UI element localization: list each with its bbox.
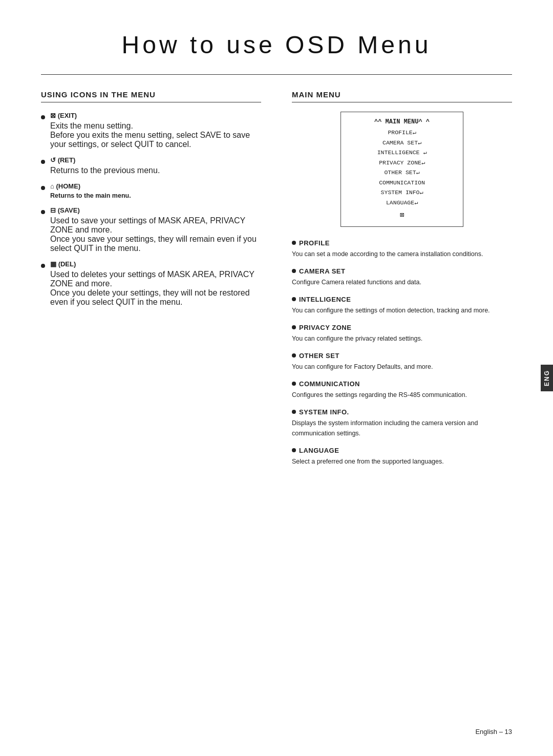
menu-entry-other-set: OTHER SET You can configure for Factory … <box>292 352 512 372</box>
bullet-dot-exit <box>41 112 50 122</box>
footer: English – 13 <box>475 728 512 736</box>
home-item-content: ⌂ (HOME) Returns to the main menu. <box>50 182 261 199</box>
osd-menu-item-other-set: OTHER SET↵ <box>351 167 453 178</box>
system-info-label: SYSTEM INFO. <box>299 408 349 416</box>
page-title: How to use OSD Menu <box>41 31 512 59</box>
bullet-icon <box>292 448 296 452</box>
intelligence-desc: You can configure the settings of motion… <box>292 305 512 316</box>
language-label: LANGUAGE <box>299 447 339 454</box>
intelligence-label: INTELLIGENCE <box>299 296 351 303</box>
other-set-label: OTHER SET <box>299 352 339 360</box>
profile-label: PROFILE <box>299 239 330 247</box>
menu-entry-intelligence: INTELLIGENCE You can configure the setti… <box>292 296 512 316</box>
other-set-desc: You can configure for Factory Defaults, … <box>292 362 512 372</box>
ret-item-content: ↺ (RET) Returns to the previous menu. <box>50 156 261 175</box>
osd-menu-item-language: LANGUAGE↵ <box>351 198 453 208</box>
bullet-dot-save <box>41 206 50 217</box>
home-desc: Returns to the main menu. <box>50 192 261 199</box>
save-desc-1: Used to save your settings of MASK AREA,… <box>50 216 261 235</box>
exit-icon-sym: ⊠ <box>50 112 56 119</box>
camera-set-desc: Configure Camera related functions and d… <box>292 277 512 287</box>
menu-entry-system-info: SYSTEM INFO. Displays the system informa… <box>292 408 512 438</box>
save-header: ⊟ (SAVE) <box>50 206 261 214</box>
bullet-dot-home <box>41 182 50 193</box>
bullet-icon <box>292 410 296 414</box>
privacy-zone-label: PRIVACY ZONE <box>299 324 351 331</box>
exit-desc-2: Before you exits the menu setting, selec… <box>50 131 261 149</box>
system-info-desc: Displays the system information includin… <box>292 418 512 438</box>
exit-item-content: ⊠ (EXIT) Exits the menu setting. Before … <box>50 112 261 149</box>
ret-icon-sym: ↺ <box>50 156 56 164</box>
right-section-title: MAIN MENU <box>292 90 512 102</box>
home-header: ⌂ (HOME) <box>50 182 261 190</box>
save-desc-2: Once you save your settings, they will r… <box>50 235 261 253</box>
ret-header: ↺ (RET) <box>50 156 261 164</box>
exit-header: ⊠ (EXIT) <box>50 112 261 119</box>
footer-page-number: 13 <box>505 728 512 736</box>
bullet-icon <box>292 353 296 358</box>
list-item: ⊠ (EXIT) Exits the menu setting. Before … <box>41 112 261 149</box>
footer-text: English – <box>475 728 502 736</box>
home-icon-sym: ⌂ <box>50 182 54 190</box>
bullet-dot-ret <box>41 156 50 166</box>
other-set-title: OTHER SET <box>292 352 512 360</box>
menu-entry-language: LANGUAGE Select a preferred one from the… <box>292 447 512 467</box>
osd-menu-item-system-info: SYSTEM INFO↵ <box>351 187 453 198</box>
del-desc-2: Once you delete your settings, they will… <box>50 288 261 307</box>
osd-menu-item-camera-set: CAMERA SET↵ <box>351 138 453 148</box>
menu-entry-profile: PROFILE You can set a mode according to … <box>292 239 512 259</box>
left-section-title: USING ICONS IN THE MENU <box>41 90 261 102</box>
osd-menu-item-communication: COMMUNICATION <box>351 178 453 188</box>
osd-menu-item-profile: PROFILE↵ <box>351 128 453 138</box>
list-item: ↺ (RET) Returns to the previous menu. <box>41 156 261 175</box>
language-desc: Select a preferred one from the supporte… <box>292 456 512 467</box>
list-item: ⊟ (SAVE) Used to save your settings of M… <box>41 206 261 253</box>
left-column: USING ICONS IN THE MENU ⊠ (EXIT) Exits t… <box>41 90 261 475</box>
ret-label: (RET) <box>58 156 76 164</box>
profile-desc: You can set a mode according to the came… <box>292 249 512 259</box>
save-label: (SAVE) <box>58 206 80 214</box>
home-label: (HOME) <box>56 182 80 190</box>
camera-set-title: CAMERA SET <box>292 267 512 275</box>
bullet-icon <box>292 382 296 386</box>
menu-entry-privacy-zone: PRIVACY ZONE You can configure the priva… <box>292 324 512 344</box>
bullet-dot-del <box>41 260 50 270</box>
page-container: How to use OSD Menu USING ICONS IN THE M… <box>0 0 553 756</box>
privacy-zone-title: PRIVACY ZONE <box>292 324 512 331</box>
bullet-icon <box>292 241 296 245</box>
osd-menu-title: ^^ MAIN MENU^ ^ <box>351 118 453 125</box>
two-column-layout: USING ICONS IN THE MENU ⊠ (EXIT) Exits t… <box>41 90 512 475</box>
right-column: MAIN MENU ^^ MAIN MENU^ ^ PROFILE↵ CAMER… <box>292 90 512 475</box>
osd-menu-box: ^^ MAIN MENU^ ^ PROFILE↵ CAMERA SET↵ INT… <box>341 112 463 227</box>
osd-menu-item-intelligence: INTELLIGENCE ↵ <box>351 148 453 158</box>
camera-set-label: CAMERA SET <box>299 267 345 275</box>
bullet-icon <box>41 115 45 119</box>
profile-title: PROFILE <box>292 239 512 247</box>
save-item-content: ⊟ (SAVE) Used to save your settings of M… <box>50 206 261 253</box>
list-item: ▦ (DEL) Used to deletes your settings of… <box>41 260 261 307</box>
osd-menu-item-privacy-zone: PRIVACY ZONE↵ <box>351 158 453 168</box>
bullet-icon <box>41 186 45 190</box>
del-item-content: ▦ (DEL) Used to deletes your settings of… <box>50 260 261 307</box>
osd-menu-exit-icon: ⊠ <box>351 211 453 219</box>
del-desc-1: Used to deletes your settings of MASK AR… <box>50 270 261 288</box>
list-item: ⌂ (HOME) Returns to the main menu. <box>41 182 261 199</box>
menu-entry-communication: COMMUNICATION Configures the settings re… <box>292 380 512 400</box>
save-icon-sym: ⊟ <box>50 206 56 214</box>
communication-title: COMMUNICATION <box>292 380 512 388</box>
language-title: LANGUAGE <box>292 447 512 454</box>
menu-entry-camera-set: CAMERA SET Configure Camera related func… <box>292 267 512 287</box>
intelligence-title: INTELLIGENCE <box>292 296 512 303</box>
main-divider <box>41 74 512 75</box>
del-label: (DEL) <box>58 260 76 268</box>
system-info-title: SYSTEM INFO. <box>292 408 512 416</box>
communication-desc: Configures the settings regarding the RS… <box>292 390 512 400</box>
ret-desc: Returns to the previous menu. <box>50 166 261 175</box>
exit-label: (EXIT) <box>58 112 77 119</box>
eng-tab: ENG <box>541 365 553 391</box>
bullet-icon <box>41 160 45 164</box>
bullet-icon <box>41 210 45 214</box>
del-header: ▦ (DEL) <box>50 260 261 268</box>
bullet-icon <box>41 264 45 268</box>
bullet-icon <box>292 297 296 301</box>
